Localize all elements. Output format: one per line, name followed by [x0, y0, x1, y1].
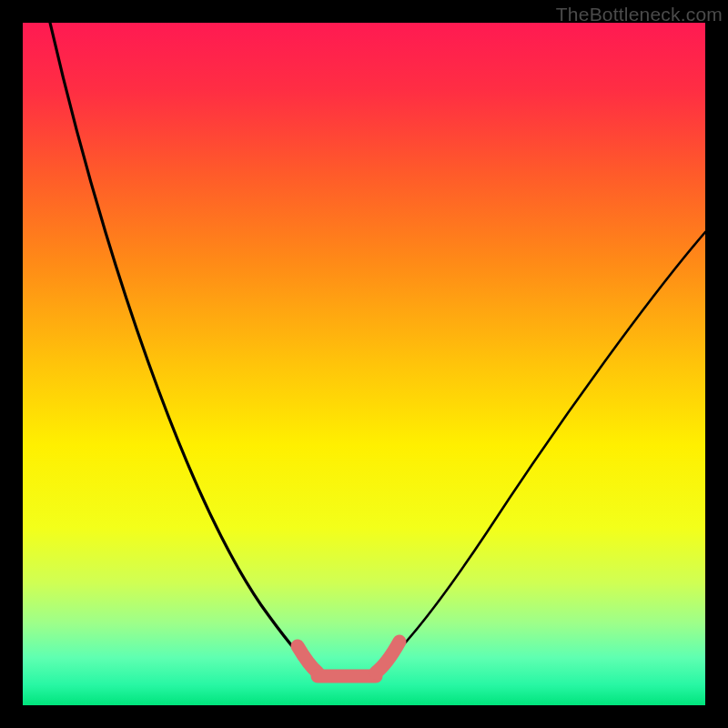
plot-area [23, 23, 705, 705]
curve-layer [23, 23, 705, 705]
bottleneck-curve-left [50, 23, 312, 668]
bottleneck-curve-right [380, 232, 705, 668]
attribution-text: TheBottleneck.com [556, 4, 723, 25]
optimal-marker-right [376, 642, 399, 672]
optimal-marker-left [298, 646, 318, 672]
outer-frame: TheBottleneck.com [0, 0, 728, 728]
